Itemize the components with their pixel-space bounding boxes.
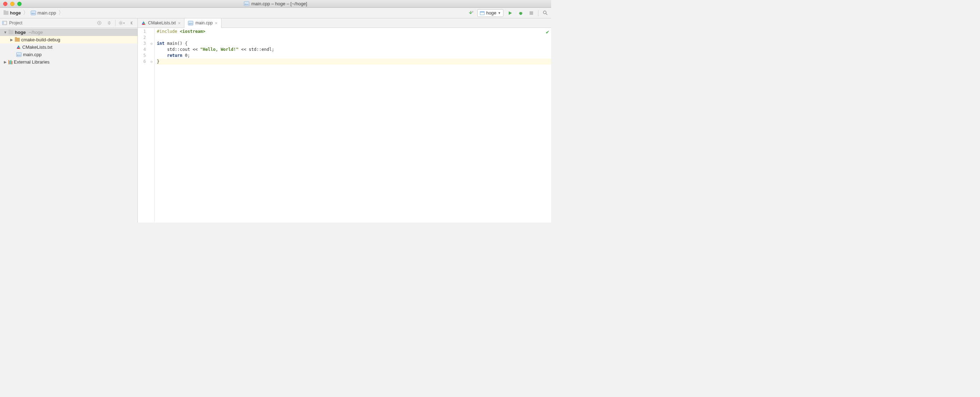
update-project-button[interactable]: 01 — [467, 9, 474, 17]
line-number: 4 — [138, 47, 146, 52]
breadcrumb-file-label: main.cpp — [37, 10, 56, 16]
tree-item-label: main.cpp — [23, 52, 42, 57]
svg-text:01: 01 — [472, 11, 473, 13]
tab-label: main.cpp — [196, 21, 213, 25]
breadcrumb: hoge 〉 c++ main.cpp 〉 — [2, 9, 64, 17]
editor-body[interactable]: 1 2 3 4 5 6 ⊖ ⊖ #include <iostream> int … — [138, 28, 551, 222]
line-number: 6 — [138, 59, 146, 65]
chevron-right-icon: 〉 — [23, 9, 29, 17]
collapse-all-button[interactable] — [105, 19, 113, 27]
svg-rect-2 — [480, 12, 484, 13]
chevron-down-icon: ▼ — [498, 11, 501, 15]
chevron-down-icon: ▼ — [3, 30, 7, 34]
close-window-button[interactable] — [3, 2, 8, 6]
sidebar-title-label: Project — [9, 21, 22, 25]
sidebar-tools: ▾ — [95, 19, 135, 27]
svg-line-10 — [546, 13, 547, 15]
editor-area: CMakeLists.txt × c++ main.cpp × 1 2 3 4 … — [138, 18, 551, 222]
svg-rect-8 — [530, 11, 533, 15]
window-controls — [3, 2, 22, 6]
svg-line-6 — [519, 12, 520, 13]
debug-button[interactable] — [517, 9, 525, 17]
fold-end-icon[interactable]: ⊖ — [149, 59, 154, 65]
titlebar: c++ main.cpp – hoge – [~/hoge] — [0, 0, 551, 8]
cmake-icon — [141, 21, 146, 25]
breadcrumb-root[interactable]: hoge — [2, 10, 22, 16]
code-line — [157, 35, 551, 41]
fold-column: ⊖ ⊖ — [149, 29, 154, 65]
svg-line-7 — [522, 12, 522, 13]
svg-point-9 — [543, 11, 546, 14]
run-button[interactable] — [506, 9, 514, 17]
chevron-right-icon: 〉 — [58, 9, 64, 17]
window-title-text: main.cpp – hoge – [~/hoge] — [251, 1, 307, 6]
chevron-right-icon: ▶ — [10, 38, 13, 42]
line-number: 3 — [138, 41, 146, 47]
project-sidebar: Project ▾ ▼ hoge ~/hoge ▶ cmake-build-de… — [0, 18, 138, 222]
tab-main-cpp[interactable]: c++ main.cpp × — [185, 18, 221, 28]
inspection-ok-icon[interactable]: ✔ — [546, 29, 550, 35]
folder-icon — [3, 11, 8, 15]
line-number: 1 — [138, 29, 146, 35]
scroll-from-source-button[interactable] — [95, 19, 103, 27]
tree-root-label: hoge — [15, 30, 26, 35]
settings-button[interactable]: ▾ — [118, 19, 126, 27]
line-number: 2 — [138, 35, 146, 41]
code-line: std::cout << "Hello, World!" << std::end… — [157, 47, 551, 52]
separator — [538, 10, 538, 16]
window-title: c++ main.cpp – hoge – [~/hoge] — [244, 1, 307, 6]
separator — [115, 20, 116, 26]
code-line: int main() { — [157, 41, 551, 47]
breadcrumb-file[interactable]: c++ main.cpp — [29, 10, 57, 16]
tree-item-file[interactable]: CMakeLists.txt — [0, 43, 137, 51]
cmake-icon — [16, 45, 21, 49]
cpp-file-icon: c++ — [188, 21, 193, 25]
fold-start-icon[interactable]: ⊖ — [149, 41, 154, 47]
code-line: #include <iostream> — [157, 29, 551, 35]
tab-cmakelists[interactable]: CMakeLists.txt × — [138, 18, 185, 27]
editor-tabs: CMakeLists.txt × c++ main.cpp × — [138, 18, 551, 28]
tree-item-label: cmake-build-debug — [21, 37, 60, 42]
sidebar-title[interactable]: Project — [2, 21, 22, 25]
toolbar-right: 01 hoge ▼ — [467, 9, 549, 17]
tree-item-label: CMakeLists.txt — [22, 44, 52, 50]
stop-button[interactable] — [527, 9, 535, 17]
run-config-label: hoge — [486, 10, 496, 16]
tree-root-path: ~/hoge — [29, 30, 43, 35]
library-icon — [8, 60, 13, 64]
tree-root[interactable]: ▼ hoge ~/hoge — [0, 29, 137, 36]
close-tab-button[interactable]: × — [215, 21, 218, 26]
search-button[interactable] — [541, 9, 549, 17]
svg-point-14 — [99, 22, 100, 24]
cpp-file-icon: c++ — [16, 52, 22, 57]
main-area: Project ▾ ▼ hoge ~/hoge ▶ cmake-build-de… — [0, 18, 551, 222]
run-configuration-selector[interactable]: hoge ▼ — [477, 9, 503, 17]
minimize-window-button[interactable] — [10, 2, 14, 6]
chevron-right-icon: ▶ — [3, 60, 7, 64]
folder-icon — [15, 38, 20, 42]
code-line: } — [157, 59, 551, 65]
svg-rect-12 — [3, 21, 4, 25]
code-editor[interactable]: #include <iostream> int main() { std::co… — [155, 28, 551, 222]
breadcrumb-root-label: hoge — [10, 10, 21, 16]
folder-icon — [8, 30, 13, 34]
cpp-file-icon: c++ — [244, 2, 250, 6]
tree-item-file[interactable]: c++ main.cpp — [0, 51, 137, 58]
tree-external-libraries[interactable]: ▶ External Libraries — [0, 58, 137, 66]
tree-item-label: External Libraries — [14, 59, 49, 65]
line-number: 5 — [138, 52, 146, 59]
close-tab-button[interactable]: × — [178, 21, 181, 26]
cpp-file-icon: c++ — [31, 11, 36, 15]
svg-point-15 — [120, 22, 122, 24]
navigation-bar: hoge 〉 c++ main.cpp 〉 01 hoge ▼ — [0, 8, 551, 18]
project-tree: ▼ hoge ~/hoge ▶ cmake-build-debug CMakeL… — [0, 28, 137, 66]
code-line: return 0; — [157, 52, 551, 59]
tab-label: CMakeLists.txt — [148, 21, 176, 25]
hide-button[interactable] — [127, 19, 135, 27]
sidebar-header: Project ▾ — [0, 18, 137, 28]
maximize-window-button[interactable] — [18, 2, 22, 6]
tree-item-folder[interactable]: ▶ cmake-build-debug — [0, 36, 137, 43]
